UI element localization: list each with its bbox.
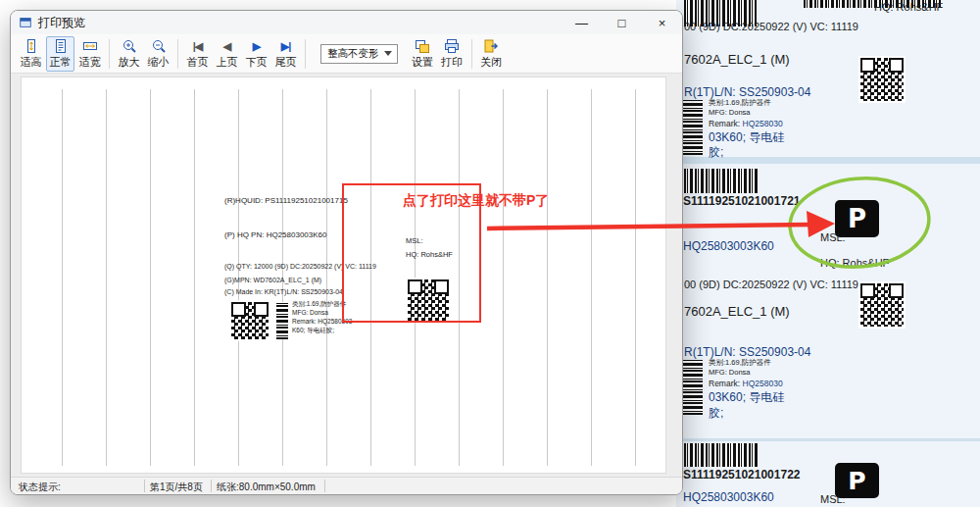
- zoom-in-label: 放大: [119, 55, 140, 70]
- normal-view-button[interactable]: 正常: [46, 36, 74, 72]
- label-text-mpn: 7602A_ELC_1 (M): [684, 304, 790, 319]
- label-text-qty: 00 (9D) DC:20250922 (V) VC: 11119: [684, 279, 858, 290]
- chevron-down-icon: [384, 51, 392, 56]
- pv-hq-pn: (P) HQ PN: HQ25803003K60: [224, 230, 327, 239]
- first-page-button[interactable]: |◀ 首页: [183, 36, 212, 72]
- p-letter: P: [848, 467, 865, 495]
- label-text-remark-wrap2: 胶;: [709, 405, 723, 422]
- label-text-category: 类别:1.69,防护器件: [709, 358, 771, 368]
- fit-height-icon: [24, 38, 39, 55]
- pv-mfg: MFG: Donsa: [292, 309, 328, 316]
- settings-icon: [415, 38, 430, 55]
- label-text-msl: MSL:: [820, 493, 846, 505]
- settings-label: 设置: [412, 55, 433, 70]
- fit-height-button[interactable]: 适高: [17, 36, 45, 72]
- label-text-rohs: HQ: Rohs&HF: [874, 1, 943, 13]
- label-text-msl: MSL:: [820, 231, 846, 243]
- exit-icon: [483, 38, 499, 55]
- pv-mpn: (G)MPN: WD7602A_ELC_1 (M): [224, 277, 321, 283]
- label-text-category: 类别:1.69,防护器件: [709, 98, 771, 108]
- toolbar: 适高 正常 适宽 放大 缩小 |◀ 首页: [11, 34, 682, 74]
- paper-size-indicator: 纸张:80.0mm×50.0mm: [217, 481, 316, 494]
- minimize-button[interactable]: —: [562, 11, 602, 34]
- remark-label: Remark:: [709, 119, 740, 128]
- fit-width-button[interactable]: 适宽: [75, 36, 104, 72]
- close-button[interactable]: ×: [642, 11, 682, 34]
- remark-value: HQ258030: [743, 119, 783, 128]
- barcode-vertical: [683, 100, 703, 155]
- toolbar-separator: [305, 39, 306, 69]
- remark-value: HQ258030: [743, 379, 783, 388]
- status-hint-label: 状态提示:: [19, 481, 61, 494]
- pv-remark-wrap: K60; 导电硅胶;: [292, 327, 334, 335]
- label-text-remark: Remark: HQ258030: [709, 119, 783, 128]
- scale-mode-dropdown[interactable]: 整高不变形: [320, 44, 398, 64]
- pv-made-in: (C) Made In: KR(1T)L/N: SS250903-04: [224, 288, 343, 295]
- label-text-mpn: 7602A_ELC_1 (M): [684, 52, 790, 67]
- label-text-pn: HQ25803003K60: [683, 490, 774, 504]
- last-page-label: 尾页: [275, 55, 297, 70]
- barcode: [684, 169, 759, 193]
- toolbar-separator: [471, 39, 472, 69]
- fit-height-label: 适高: [21, 55, 42, 70]
- label-text-rohs: HQ: Rohs&HF: [820, 257, 889, 269]
- statusbar: 状态提示: 第1页/共8页 纸张:80.0mm×50.0mm: [11, 477, 682, 494]
- pv-category: 类别:1.69,防护器件: [292, 300, 346, 309]
- zoom-in-button[interactable]: 放大: [115, 36, 143, 72]
- print-button[interactable]: 打印: [438, 36, 466, 72]
- window-icon: [19, 16, 32, 29]
- prev-page-icon: ◀: [223, 38, 230, 55]
- toolbar-separator: [109, 39, 110, 69]
- label-text-lot: R(1T)L/N: SS250903-04: [684, 345, 810, 359]
- last-page-button[interactable]: ▶| 尾页: [271, 36, 300, 72]
- titlebar: 打印预览 — □ ×: [11, 11, 682, 34]
- maximize-button[interactable]: □: [602, 11, 642, 34]
- zoom-in-icon: [122, 38, 137, 55]
- first-page-icon: |◀: [193, 38, 203, 55]
- window-title: 打印预览: [38, 15, 85, 31]
- prev-page-button[interactable]: ◀ 上页: [213, 36, 241, 72]
- next-page-label: 下页: [246, 55, 268, 70]
- barcode-vertical: [276, 302, 288, 339]
- next-page-icon: ▶: [253, 38, 260, 55]
- qr-code: [858, 56, 906, 103]
- prev-page-label: 上页: [217, 55, 238, 70]
- qr-code: [858, 281, 906, 329]
- toolbar-separator: [177, 39, 178, 69]
- label-text-mfg: MFG: Donsa: [709, 108, 751, 117]
- remark-label: Remark:: [709, 379, 740, 388]
- statusbar-separator: [211, 480, 212, 492]
- settings-button[interactable]: 设置: [409, 36, 437, 72]
- normal-view-label: 正常: [50, 55, 72, 70]
- first-page-label: 首页: [187, 55, 209, 70]
- fit-width-label: 适宽: [79, 55, 101, 70]
- label-text-serial: S11119251021001722: [683, 468, 800, 482]
- scale-mode-value: 整高不变形: [327, 47, 379, 61]
- close-preview-label: 关闭: [480, 55, 502, 70]
- p-letter: P: [848, 204, 866, 233]
- statusbar-separator: [144, 480, 145, 492]
- page-indicator: 第1页/共8页: [150, 481, 203, 494]
- label-text-lot: R(1T)L/N: SS250903-04: [684, 85, 810, 99]
- zoom-out-button[interactable]: 缩小: [144, 36, 172, 72]
- printer-icon: [444, 38, 460, 55]
- fit-width-icon: [82, 38, 98, 55]
- label-text-remark: Remark: HQ258030: [709, 379, 783, 388]
- close-preview-button[interactable]: 关闭: [477, 36, 506, 72]
- statusbar-separator: [324, 480, 325, 492]
- last-page-icon: ▶|: [281, 38, 291, 55]
- print-label: 打印: [441, 55, 463, 70]
- barcode-vertical: [683, 360, 703, 415]
- label-text-remark-wrap2: 胶;: [709, 144, 723, 161]
- next-page-button[interactable]: ▶ 下页: [242, 36, 270, 72]
- label-text-qty: 00 (9D) DC:20250922 (V) VC: 11119: [684, 21, 858, 32]
- label-text-serial: S11119251021001721: [683, 194, 800, 208]
- window-controls: — □ ×: [562, 11, 682, 34]
- print-preview-window: 打印预览 — □ × 适高 正常 适宽 放大: [10, 10, 683, 495]
- qr-code: [229, 300, 270, 341]
- preview-area: (R)HQUID: PS11119251021001715 (P) HQ PN:…: [11, 74, 682, 477]
- barcode: [684, 443, 759, 467]
- label-text-remark-wrap1: 03K60; 导电硅: [709, 389, 784, 406]
- annotation-text: 点了打印这里就不带P了: [403, 192, 549, 210]
- fit-normal-icon: [53, 38, 69, 55]
